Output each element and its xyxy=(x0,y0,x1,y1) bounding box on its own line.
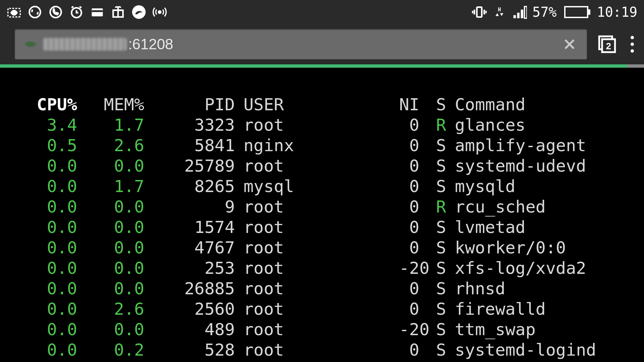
svg-rect-12 xyxy=(517,13,520,18)
cell-user: root xyxy=(235,279,399,299)
cell-pid: 9 xyxy=(144,197,235,217)
cell-mem: 1.7 xyxy=(77,115,144,135)
cell-mem: 0.2 xyxy=(77,340,144,360)
cell-command: systemd-udevd xyxy=(446,156,627,176)
cell-user: root xyxy=(235,156,399,176)
menu-dot-icon xyxy=(631,49,634,53)
svg-rect-5 xyxy=(92,10,103,12)
header-user[interactable]: USER xyxy=(235,95,399,115)
cell-ni: -20 xyxy=(399,258,419,279)
cell-pid: 528 xyxy=(144,340,235,360)
browser-toolbar: :61208 2 xyxy=(0,24,644,64)
cell-ni: -20 xyxy=(399,319,419,340)
cell-command: rhnsd xyxy=(446,279,627,299)
cell-ni: 0 xyxy=(399,197,419,217)
signal-icon xyxy=(512,5,527,19)
cell-command: lvmetad xyxy=(446,217,627,238)
header-pid[interactable]: PID xyxy=(144,95,235,115)
header-ni[interactable]: NI xyxy=(399,95,419,115)
header-mem[interactable]: MEM% xyxy=(77,95,144,115)
page-content[interactable]: CPU% MEM% PID USER NI S Command 3.41.733… xyxy=(0,68,644,362)
table-row: 0.02.62560root0Sfirewalld xyxy=(17,299,627,319)
cell-ni: 0 xyxy=(399,299,419,319)
cell-mem: 0.0 xyxy=(77,238,144,258)
cell-command: rcu_sched xyxy=(446,197,627,217)
cell-ni: 0 xyxy=(399,217,419,238)
cell-status: S xyxy=(419,319,446,340)
cell-mem: 0.0 xyxy=(77,156,144,176)
cell-cpu: 0.0 xyxy=(17,197,77,217)
cell-command: xfs-log/xvda2 xyxy=(446,258,627,279)
tabs-button[interactable]: 2 xyxy=(597,34,617,54)
cell-cpu: 3.4 xyxy=(17,115,77,135)
cell-status: S xyxy=(419,176,446,197)
svg-text:H: H xyxy=(498,7,501,13)
cell-mem: 0.0 xyxy=(77,217,144,238)
cell-cpu: 0.0 xyxy=(17,176,77,197)
svg-rect-11 xyxy=(514,15,516,18)
table-row: 0.00.01574root0Slvmetad xyxy=(17,217,627,238)
cell-user: mysql xyxy=(235,176,399,197)
cell-command: amplify-agent xyxy=(446,135,627,156)
cell-mem: 2.6 xyxy=(77,299,144,319)
svg-rect-9 xyxy=(477,7,482,17)
cell-cpu: 0.0 xyxy=(17,299,77,319)
cell-user: root xyxy=(235,115,399,135)
cell-user: root xyxy=(235,340,399,360)
gift-icon xyxy=(111,5,125,19)
cell-pid: 253 xyxy=(144,258,235,279)
address-bar[interactable]: :61208 xyxy=(15,29,587,59)
overflow-menu-button[interactable] xyxy=(627,33,637,56)
sync-icon xyxy=(28,5,42,19)
cell-ni: 0 xyxy=(399,340,419,360)
table-row: 0.00.025789root0Ssystemd-udevd xyxy=(17,156,627,176)
close-icon[interactable] xyxy=(562,37,577,52)
svg-rect-13 xyxy=(521,10,523,18)
cell-status: S xyxy=(419,258,446,279)
address-redacted-host xyxy=(43,38,127,51)
site-icon xyxy=(25,41,36,47)
cell-pid: 489 xyxy=(144,319,235,340)
card-icon xyxy=(90,5,105,19)
table-header: CPU% MEM% PID USER NI S Command xyxy=(17,95,627,115)
header-cmd[interactable]: Command xyxy=(446,95,627,115)
cell-status: R xyxy=(419,197,446,217)
cell-mem: 1.7 xyxy=(77,176,144,197)
cell-command: firewalld xyxy=(446,299,627,319)
cell-pid: 8265 xyxy=(144,176,235,197)
cell-mem: 2.6 xyxy=(77,135,144,156)
page-load-progress xyxy=(0,64,644,68)
cell-status: S xyxy=(419,340,446,360)
leaf-icon xyxy=(7,5,21,19)
cell-command: systemd-logind xyxy=(446,340,627,360)
cell-cpu: 0.0 xyxy=(17,217,77,238)
cell-ni: 0 xyxy=(399,279,419,299)
alarm-icon xyxy=(69,5,84,19)
cell-cpu: 0.0 xyxy=(17,319,77,340)
cell-mem: 0.0 xyxy=(77,279,144,299)
cell-cpu: 0.0 xyxy=(17,156,77,176)
table-row: 0.01.78265mysql0Smysqld xyxy=(17,176,627,197)
status-right-icons: H 57% 10:19 xyxy=(472,4,637,20)
process-table: CPU% MEM% PID USER NI S Command 3.41.733… xyxy=(17,95,627,360)
cell-command: kworker/0:0 xyxy=(446,238,627,258)
cell-pid: 1574 xyxy=(144,217,235,238)
airtel-icon xyxy=(131,5,146,19)
header-cpu[interactable]: CPU% xyxy=(17,95,77,115)
cell-pid: 25789 xyxy=(144,156,235,176)
cell-pid: 3323 xyxy=(144,115,235,135)
cell-pid: 2560 xyxy=(144,299,235,319)
cell-mem: 0.0 xyxy=(77,258,144,279)
table-row: 0.00.026885root0Srhnsd xyxy=(17,279,627,299)
svg-rect-14 xyxy=(525,7,527,18)
clock: 10:19 xyxy=(597,4,637,20)
header-s[interactable]: S xyxy=(419,95,446,115)
cell-cpu: 0.0 xyxy=(17,340,77,360)
menu-dot-icon xyxy=(631,43,634,46)
cell-mem: 0.0 xyxy=(77,197,144,217)
cell-pid: 5841 xyxy=(144,135,235,156)
cell-ni: 0 xyxy=(399,135,419,156)
cell-status: S xyxy=(419,156,446,176)
svg-text:2: 2 xyxy=(606,41,611,51)
cell-user: root xyxy=(235,197,399,217)
